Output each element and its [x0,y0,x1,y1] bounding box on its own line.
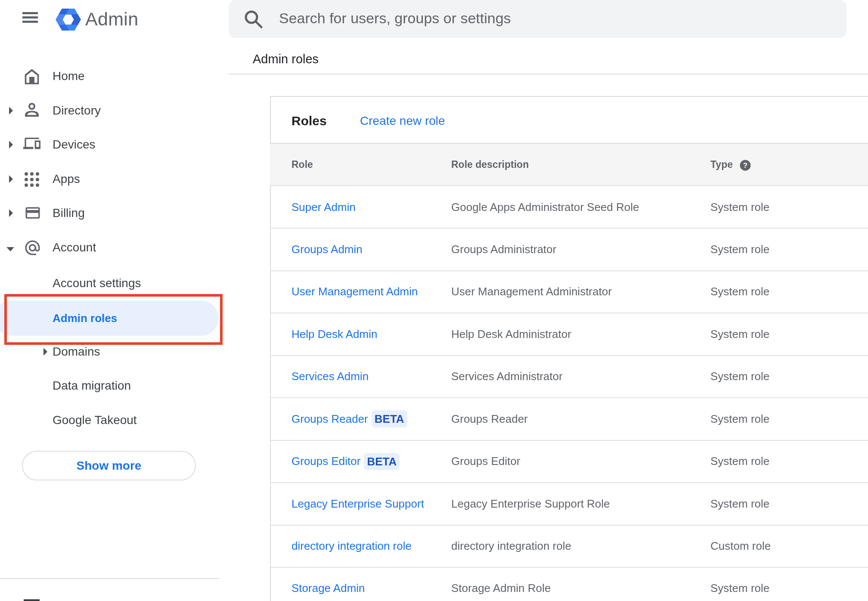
svg-text:?: ? [743,161,747,170]
